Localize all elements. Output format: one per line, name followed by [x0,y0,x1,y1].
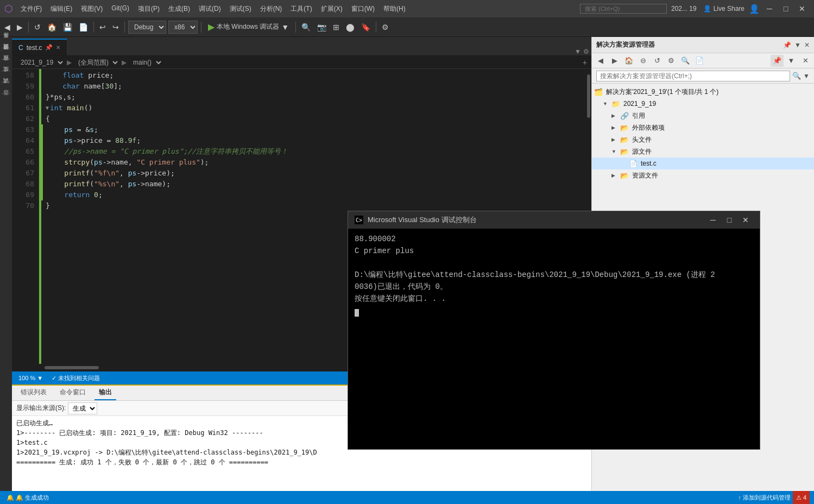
menu-build[interactable]: 生成(B) [165,3,193,15]
tab-command[interactable]: 命令窗口 [55,386,90,400]
menu-tools[interactable]: 工具(T) [287,3,315,15]
tab-output[interactable]: 输出 [94,386,116,400]
tree-extdeps-item[interactable]: ▶ 📂 外部依赖项 [592,122,814,134]
tab-list-button[interactable]: ▼ [575,48,581,55]
breadcrumb-scope-select[interactable]: (全局范围) [74,56,119,68]
find-button[interactable]: 🔍 [299,22,313,33]
extra-button[interactable]: ⚙ [380,22,391,33]
tree-references-item[interactable]: ▶ 🔗 引用 [592,110,814,122]
tab-settings-button[interactable]: ⚙ [583,48,589,55]
scroll-thumb[interactable] [587,74,590,118]
menu-extensions[interactable]: 扩展(X) [318,3,346,15]
menu-view[interactable]: 视图(V) [78,3,106,15]
console-close[interactable]: ✕ [738,214,753,226]
undo-button[interactable]: ↩ [97,22,108,33]
run-button[interactable]: ▶ 本地 Windows 调试器 ▼ [205,21,292,33]
activity-search[interactable]: 搜索 [1,62,11,68]
rt-close-btn[interactable]: ✕ [799,55,812,67]
rt-refresh-btn[interactable]: ↺ [651,55,664,67]
save-button[interactable]: 💾 [61,22,74,33]
solution-search-icon[interactable]: 🔍 [792,72,801,80]
new-file-button[interactable]: 📄 [77,22,90,33]
solution-panel-toolbar: ◀ ▶ 🏠 ⊖ ↺ ⚙ 🔍 📄 📌 ▼ ✕ [592,53,814,68]
forward-button[interactable]: ▶ [15,22,25,33]
activity-divider-4 [2,82,10,83]
persona-icon[interactable]: 👤 [749,4,760,14]
minimize-button[interactable]: ─ [762,3,777,15]
split-button[interactable]: ⊞ [331,22,342,33]
menu-debug[interactable]: 调试(D) [195,3,224,15]
activity-device[interactable]: 器 [1,96,11,103]
tree-testc-item[interactable]: 📄 test.c [592,158,814,169]
camera-button[interactable]: 📷 [315,22,329,33]
solution-options-icon[interactable]: ▼ [803,72,810,80]
window-title: 202... 19 [671,5,697,12]
refresh-button[interactable]: ↺ [32,22,43,33]
rt-back-btn[interactable]: ◀ [594,55,607,67]
tree-headers-item[interactable]: ▶ 📂 头文件 [592,134,814,146]
output-source-select[interactable]: 生成 [68,402,97,414]
breadcrumb-file-select[interactable]: 2021_9_19 [16,56,65,68]
rt-settings-btn[interactable]: ⚙ [665,55,678,67]
line-num-66: 66 [12,157,34,168]
panel-options-icon[interactable]: ▼ [794,41,801,49]
menu-edit[interactable]: 编辑(E) [47,3,75,15]
console-win-controls: ─ □ ✕ [705,214,753,226]
tab-errors[interactable]: 错误列表 [16,386,51,400]
rt-collapse-btn[interactable]: ⊖ [636,55,649,67]
resources-label: 资源文件 [632,171,658,180]
build-success-status[interactable]: 🔔 🔔 生成成功 [4,491,51,504]
rt-filter-btn[interactable]: 🔍 [679,55,692,67]
redo-button[interactable]: ↪ [110,22,121,33]
menu-project[interactable]: 项目(P) [135,3,163,15]
menu-file[interactable]: 文件(F) [17,3,45,15]
rt-pin-btn[interactable]: 📌 [771,55,784,67]
rt-forward-btn[interactable]: ▶ [608,55,621,67]
menu-window[interactable]: 窗口(W) [348,3,378,15]
menu-git[interactable]: Git(G) [108,3,132,15]
menu-analyze[interactable]: 分析(N) [257,3,286,15]
bookmark-button[interactable]: 🔖 [359,22,373,33]
rt-home-btn[interactable]: 🏠 [622,55,635,67]
rt-showfiles-btn[interactable]: 📄 [693,55,706,67]
breadcrumb-add-button[interactable]: + [583,58,587,67]
breadcrumb-function-select[interactable]: main() [129,56,163,68]
activity-service[interactable]: 服务 [1,39,11,46]
tab-pin-icon[interactable]: 📌 [45,44,53,51]
close-button[interactable]: ✕ [794,3,810,15]
menu-test[interactable]: 测试(S) [226,3,255,15]
editor-tab-test-c[interactable]: C test.c 📌 ✕ [12,39,67,55]
live-share-button[interactable]: 👤 Live Share [703,5,744,12]
rt-dropdown-btn[interactable]: ▼ [785,55,798,67]
solution-root-item[interactable]: 🗂️ 解决方案'2021_9_19'(1 个项目/共 1 个) [592,86,814,98]
tab-close-button[interactable]: ✕ [56,45,60,51]
breakpoint-button[interactable]: ⬤ [344,22,357,33]
console-line-6: 按任意键关闭此窗口. . . [355,293,753,305]
panel-pin-icon[interactable]: 📌 [783,41,791,49]
menu-help[interactable]: 帮助(H) [380,3,409,15]
home-button[interactable]: 🏠 [45,22,59,33]
no-issues-status[interactable]: ✓ 未找到相关问题 [49,371,102,385]
maximize-button[interactable]: □ [778,3,793,15]
hscroll-thumb[interactable] [45,366,99,369]
error-count-badge[interactable]: ⚠ 4 [793,491,810,504]
code-line-66: strcpy(ps->name, "C primer plus"); [41,157,584,168]
references-chevron: ▶ [611,113,620,118]
tree-resources-item[interactable]: ▶ 📂 资源文件 [592,169,814,181]
solution-search-input[interactable] [596,71,790,81]
back-button[interactable]: ◀ [2,22,12,33]
panel-close-icon[interactable]: ✕ [804,41,810,49]
tree-source-item[interactable]: ▼ 📂 源文件 [592,146,814,158]
solution-icon: 🗂️ [594,88,604,96]
console-minimize[interactable]: ─ [705,214,721,226]
platform-dropdown[interactable]: x86 [168,21,198,34]
activity-build[interactable]: 生成 [1,73,11,80]
activity-debug[interactable]: 调试 [1,85,11,91]
debug-config-dropdown[interactable]: Debug [128,21,166,34]
tree-project-item[interactable]: ▼ 📁 2021_9_19 [592,98,814,110]
activity-explorer[interactable]: 资源管理器 [1,51,11,57]
zoom-level[interactable]: 100 % ▼ [16,371,45,385]
source-control-status[interactable]: ↑ 添加到源代码管理 [736,491,793,504]
global-search-input[interactable] [580,4,667,14]
console-maximize[interactable]: □ [722,214,737,226]
